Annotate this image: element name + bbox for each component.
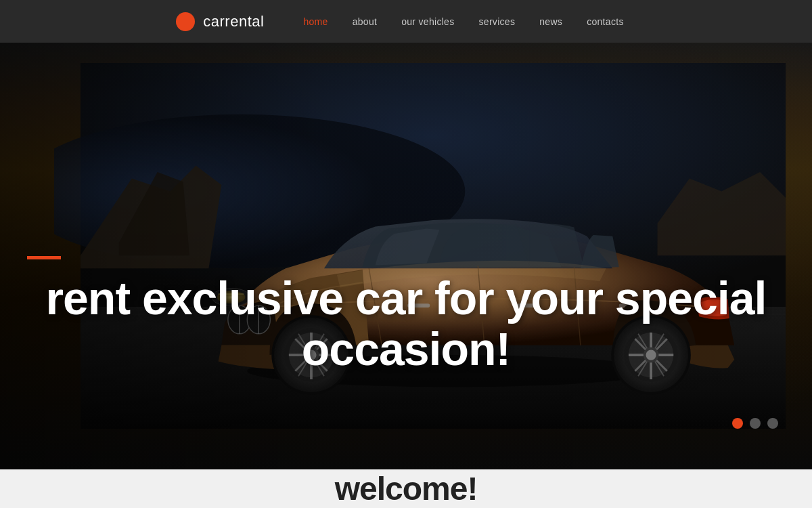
hero-accent-line bbox=[27, 256, 61, 259]
nav-item-services[interactable]: services bbox=[467, 11, 528, 33]
nav-item-contacts[interactable]: contacts bbox=[574, 11, 636, 33]
logo[interactable]: carrental bbox=[176, 12, 264, 31]
hero-content: rent exclusive car for your special occa… bbox=[0, 256, 812, 375]
logo-dot-icon bbox=[176, 12, 195, 31]
hero-title: rent exclusive car for your special occa… bbox=[27, 273, 785, 375]
slider-dots bbox=[732, 418, 778, 429]
hero-section: rent exclusive car for your special occa… bbox=[0, 43, 812, 469]
nav-item-home[interactable]: home bbox=[291, 11, 340, 33]
site-header: carrental home about our vehicles servic… bbox=[0, 0, 812, 43]
logo-text: carrental bbox=[203, 13, 264, 30]
below-fold-section: welcome! bbox=[0, 469, 812, 508]
welcome-heading: welcome! bbox=[335, 470, 478, 507]
slider-dot-3[interactable] bbox=[767, 418, 778, 429]
nav-item-about[interactable]: about bbox=[340, 11, 390, 33]
nav-item-news[interactable]: news bbox=[527, 11, 574, 33]
main-nav: home about our vehicles services news co… bbox=[291, 11, 635, 33]
nav-item-vehicles[interactable]: our vehicles bbox=[389, 11, 466, 33]
slider-dot-2[interactable] bbox=[750, 418, 761, 429]
slider-dot-1[interactable] bbox=[732, 418, 743, 429]
